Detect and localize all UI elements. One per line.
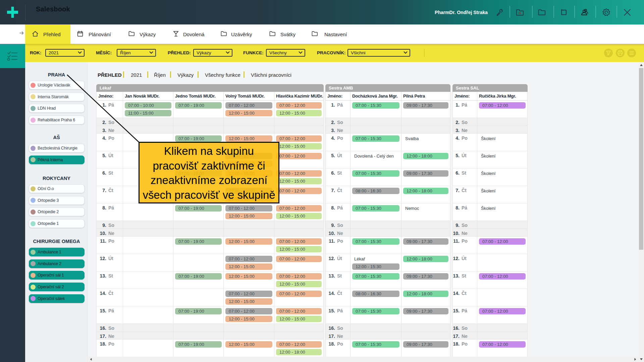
svg-text:N: N (519, 11, 521, 15)
